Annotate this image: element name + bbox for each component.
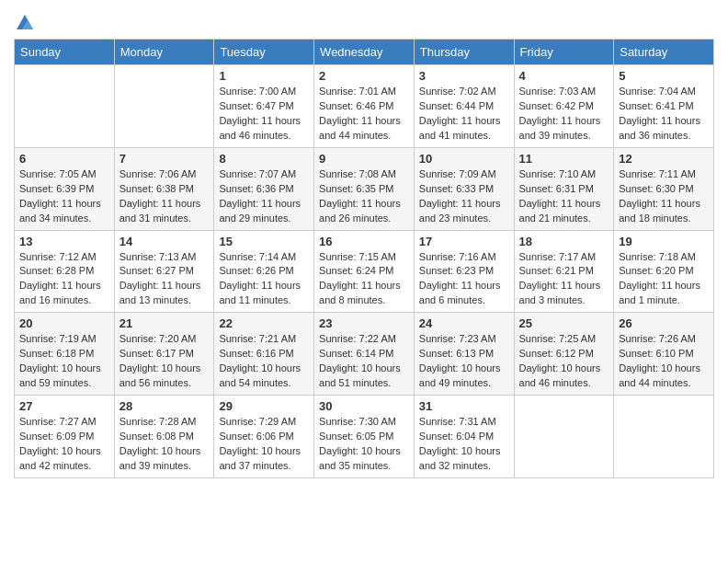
day-number: 5	[619, 69, 709, 83]
day-info: Sunrise: 7:05 AM Sunset: 6:39 PM Dayligh…	[19, 167, 109, 226]
day-of-week-header: Thursday	[414, 40, 514, 65]
day-info: Sunrise: 7:17 AM Sunset: 6:21 PM Dayligh…	[519, 250, 609, 309]
day-number: 29	[219, 399, 309, 413]
calendar-day-cell: 19Sunrise: 7:18 AM Sunset: 6:20 PM Dayli…	[614, 230, 714, 313]
calendar-day-cell: 11Sunrise: 7:10 AM Sunset: 6:31 PM Dayli…	[514, 147, 614, 230]
day-number: 15	[219, 235, 309, 248]
day-number: 17	[419, 235, 509, 248]
calendar-day-cell: 3Sunrise: 7:02 AM Sunset: 6:44 PM Daylig…	[414, 65, 514, 148]
calendar-day-cell: 17Sunrise: 7:16 AM Sunset: 6:23 PM Dayli…	[414, 230, 514, 313]
day-number: 27	[19, 399, 109, 413]
day-info: Sunrise: 7:16 AM Sunset: 6:23 PM Dayligh…	[419, 250, 509, 309]
day-number: 13	[19, 235, 109, 248]
calendar-day-cell: 21Sunrise: 7:20 AM Sunset: 6:17 PM Dayli…	[114, 313, 214, 396]
day-number: 18	[519, 235, 609, 248]
calendar-day-cell: 2Sunrise: 7:01 AM Sunset: 6:46 PM Daylig…	[314, 65, 415, 148]
day-info: Sunrise: 7:15 AM Sunset: 6:24 PM Dayligh…	[319, 250, 409, 309]
day-number: 31	[419, 399, 509, 413]
day-of-week-header: Saturday	[614, 40, 714, 65]
day-info: Sunrise: 7:03 AM Sunset: 6:42 PM Dayligh…	[519, 85, 609, 144]
day-number: 11	[519, 152, 609, 166]
calendar-day-cell: 12Sunrise: 7:11 AM Sunset: 6:30 PM Dayli…	[614, 147, 714, 230]
day-info: Sunrise: 7:04 AM Sunset: 6:41 PM Dayligh…	[619, 85, 709, 144]
calendar-day-cell: 9Sunrise: 7:08 AM Sunset: 6:35 PM Daylig…	[314, 147, 415, 230]
calendar-day-cell: 29Sunrise: 7:29 AM Sunset: 6:06 PM Dayli…	[214, 396, 314, 478]
day-number: 22	[219, 316, 309, 330]
day-number: 6	[19, 152, 109, 166]
day-info: Sunrise: 7:23 AM Sunset: 6:13 PM Dayligh…	[419, 332, 509, 391]
day-number: 7	[119, 152, 210, 166]
day-info: Sunrise: 7:00 AM Sunset: 6:47 PM Dayligh…	[219, 85, 309, 144]
day-info: Sunrise: 7:08 AM Sunset: 6:35 PM Dayligh…	[319, 167, 409, 226]
day-number: 10	[419, 152, 509, 166]
calendar-day-cell: 24Sunrise: 7:23 AM Sunset: 6:13 PM Dayli…	[414, 313, 514, 396]
day-info: Sunrise: 7:27 AM Sunset: 6:09 PM Dayligh…	[19, 415, 109, 474]
day-number: 14	[119, 235, 210, 248]
calendar-day-cell	[514, 396, 614, 478]
day-number: 9	[319, 152, 409, 166]
day-number: 19	[619, 235, 709, 248]
day-number: 21	[119, 316, 210, 330]
day-info: Sunrise: 7:20 AM Sunset: 6:17 PM Dayligh…	[119, 332, 210, 391]
day-info: Sunrise: 7:18 AM Sunset: 6:20 PM Dayligh…	[619, 250, 709, 309]
day-info: Sunrise: 7:19 AM Sunset: 6:18 PM Dayligh…	[19, 332, 109, 391]
calendar-day-cell: 31Sunrise: 7:31 AM Sunset: 6:04 PM Dayli…	[414, 396, 514, 478]
day-number: 24	[419, 316, 509, 330]
calendar-day-cell: 27Sunrise: 7:27 AM Sunset: 6:09 PM Dayli…	[15, 396, 115, 478]
calendar-day-cell: 10Sunrise: 7:09 AM Sunset: 6:33 PM Dayli…	[414, 147, 514, 230]
calendar-week-row: 1Sunrise: 7:00 AM Sunset: 6:47 PM Daylig…	[15, 65, 714, 148]
day-number: 12	[619, 152, 709, 166]
day-info: Sunrise: 7:21 AM Sunset: 6:16 PM Dayligh…	[219, 332, 309, 391]
calendar-day-cell: 6Sunrise: 7:05 AM Sunset: 6:39 PM Daylig…	[15, 147, 115, 230]
calendar-day-cell: 13Sunrise: 7:12 AM Sunset: 6:28 PM Dayli…	[15, 230, 115, 313]
day-number: 26	[619, 316, 709, 330]
calendar-header-row: SundayMondayTuesdayWednesdayThursdayFrid…	[15, 40, 714, 65]
calendar-day-cell: 30Sunrise: 7:30 AM Sunset: 6:05 PM Dayli…	[314, 396, 415, 478]
day-number: 2	[319, 69, 409, 83]
day-info: Sunrise: 7:11 AM Sunset: 6:30 PM Dayligh…	[619, 167, 709, 226]
day-info: Sunrise: 7:07 AM Sunset: 6:36 PM Dayligh…	[219, 167, 309, 226]
day-info: Sunrise: 7:14 AM Sunset: 6:26 PM Dayligh…	[219, 250, 309, 309]
calendar-day-cell: 23Sunrise: 7:22 AM Sunset: 6:14 PM Dayli…	[314, 313, 415, 396]
day-info: Sunrise: 7:09 AM Sunset: 6:33 PM Dayligh…	[419, 167, 509, 226]
calendar-day-cell	[114, 65, 214, 148]
calendar-week-row: 27Sunrise: 7:27 AM Sunset: 6:09 PM Dayli…	[15, 396, 714, 478]
day-info: Sunrise: 7:06 AM Sunset: 6:38 PM Dayligh…	[119, 167, 210, 226]
day-info: Sunrise: 7:12 AM Sunset: 6:28 PM Dayligh…	[19, 250, 109, 309]
day-info: Sunrise: 7:13 AM Sunset: 6:27 PM Dayligh…	[119, 250, 210, 309]
header	[14, 9, 714, 33]
calendar: SundayMondayTuesdayWednesdayThursdayFrid…	[14, 39, 714, 478]
logo-icon	[15, 13, 35, 31]
day-of-week-header: Friday	[514, 40, 614, 65]
day-number: 16	[319, 235, 409, 248]
day-number: 20	[19, 316, 109, 330]
calendar-day-cell: 8Sunrise: 7:07 AM Sunset: 6:36 PM Daylig…	[214, 147, 314, 230]
day-info: Sunrise: 7:28 AM Sunset: 6:08 PM Dayligh…	[119, 415, 210, 474]
day-number: 30	[319, 399, 409, 413]
calendar-day-cell: 7Sunrise: 7:06 AM Sunset: 6:38 PM Daylig…	[114, 147, 214, 230]
day-of-week-header: Wednesday	[314, 40, 415, 65]
calendar-week-row: 20Sunrise: 7:19 AM Sunset: 6:18 PM Dayli…	[15, 313, 714, 396]
day-of-week-header: Sunday	[15, 40, 115, 65]
calendar-week-row: 13Sunrise: 7:12 AM Sunset: 6:28 PM Dayli…	[15, 230, 714, 313]
day-info: Sunrise: 7:31 AM Sunset: 6:04 PM Dayligh…	[419, 415, 509, 474]
logo	[14, 13, 35, 33]
day-info: Sunrise: 7:26 AM Sunset: 6:10 PM Dayligh…	[619, 332, 709, 391]
calendar-day-cell: 5Sunrise: 7:04 AM Sunset: 6:41 PM Daylig…	[614, 65, 714, 148]
day-info: Sunrise: 7:30 AM Sunset: 6:05 PM Dayligh…	[319, 415, 409, 474]
calendar-day-cell	[15, 65, 115, 148]
day-info: Sunrise: 7:02 AM Sunset: 6:44 PM Dayligh…	[419, 85, 509, 144]
day-number: 1	[219, 69, 309, 83]
calendar-day-cell: 1Sunrise: 7:00 AM Sunset: 6:47 PM Daylig…	[214, 65, 314, 148]
day-number: 8	[219, 152, 309, 166]
calendar-day-cell: 26Sunrise: 7:26 AM Sunset: 6:10 PM Dayli…	[614, 313, 714, 396]
day-of-week-header: Monday	[114, 40, 214, 65]
calendar-day-cell: 14Sunrise: 7:13 AM Sunset: 6:27 PM Dayli…	[114, 230, 214, 313]
day-info: Sunrise: 7:01 AM Sunset: 6:46 PM Dayligh…	[319, 85, 409, 144]
day-info: Sunrise: 7:29 AM Sunset: 6:06 PM Dayligh…	[219, 415, 309, 474]
day-info: Sunrise: 7:10 AM Sunset: 6:31 PM Dayligh…	[519, 167, 609, 226]
day-info: Sunrise: 7:22 AM Sunset: 6:14 PM Dayligh…	[319, 332, 409, 391]
calendar-day-cell: 15Sunrise: 7:14 AM Sunset: 6:26 PM Dayli…	[214, 230, 314, 313]
calendar-day-cell: 18Sunrise: 7:17 AM Sunset: 6:21 PM Dayli…	[514, 230, 614, 313]
logo-text	[14, 13, 35, 33]
